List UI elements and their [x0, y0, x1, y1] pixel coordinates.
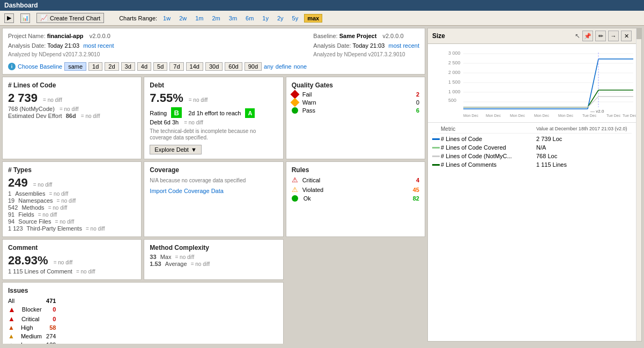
- lines-of-code-card: # Lines of Code 2 739 = no diff 768 (Not…: [2, 77, 142, 159]
- rules-ok-label: Ok: [304, 195, 409, 202]
- svg-text:19 00:00: 19 00:00: [558, 117, 573, 118]
- range-3m[interactable]: 3m: [226, 14, 240, 22]
- comment-lines-label: 1 115 Lines of Comment: [8, 268, 72, 275]
- explore-debt-button[interactable]: Explore Debt ▼: [150, 145, 201, 154]
- loc-effort-label: Estimated Dev Effort: [8, 113, 62, 119]
- issues-critical-label: Critical: [21, 316, 48, 322]
- loc-effort-value: 86d: [66, 113, 76, 119]
- pass-icon: [292, 107, 298, 114]
- pass-count: 6: [416, 107, 419, 114]
- types-row-5: 1 123 Third-Party Elements = no diff: [8, 225, 136, 232]
- loc-notmycode: 768 (NotMyCode): [8, 106, 55, 112]
- baseline-none[interactable]: none: [294, 63, 307, 70]
- svg-text:18 00:00: 18 00:00: [463, 117, 478, 118]
- range-2w[interactable]: 2w: [176, 14, 189, 22]
- rules-critical-label: Critical: [302, 177, 412, 183]
- svg-text:19 12:00: 19 12:00: [606, 117, 621, 118]
- baseline-1d[interactable]: 1d: [88, 62, 102, 71]
- svg-text:— v2.0: — v2.0: [590, 109, 604, 114]
- range-2y[interactable]: 2y: [275, 14, 286, 22]
- project-name: financial-app: [47, 33, 84, 39]
- svg-text:Mon Dec: Mon Dec: [558, 114, 574, 117]
- qg-fail-row: Fail 2: [292, 91, 419, 98]
- baseline-same[interactable]: same: [64, 62, 86, 71]
- baseline-2d[interactable]: 2d: [105, 62, 119, 71]
- issues-all-row: All 471: [8, 298, 56, 304]
- loc-value: 2 739: [8, 91, 38, 105]
- charts-range-label: Charts Range:: [119, 15, 157, 21]
- play-button[interactable]: ▶: [4, 13, 14, 23]
- toolbar: ▶ 📊 📈 Create Trend Chart Charts Range: 1…: [0, 11, 644, 26]
- svg-text:Mon Dec: Mon Dec: [510, 114, 525, 117]
- range-1m[interactable]: 1m: [193, 14, 206, 22]
- fail-count: 2: [416, 91, 419, 98]
- analysis-label: Analysis Date:: [8, 42, 47, 49]
- legend-line-0: [432, 138, 440, 140]
- baseline-3d[interactable]: 3d: [121, 62, 135, 71]
- size-chart-title: Size: [432, 32, 445, 40]
- types-title: # Types: [8, 166, 136, 174]
- project-info: Project Name: financial-app v2.0.0.0 Ana…: [8, 32, 114, 59]
- range-1y[interactable]: 1y: [260, 14, 271, 22]
- loc-title: # Lines of Code: [8, 82, 136, 89]
- comment-lines: 1 115 Lines of Comment = no diff: [8, 268, 136, 275]
- chart-row-0-value: 2 739 Loc: [536, 136, 632, 142]
- range-2m[interactable]: 2m: [210, 14, 223, 22]
- navigate-button[interactable]: →: [608, 31, 619, 41]
- baseline-any[interactable]: any: [264, 63, 273, 70]
- baseline-90d[interactable]: 90d: [245, 62, 262, 71]
- baseline-5d[interactable]: 5d: [153, 62, 167, 71]
- baseline-7d[interactable]: 7d: [169, 62, 183, 71]
- baseline-60d[interactable]: 60d: [225, 62, 242, 71]
- debt-nodiff: = no diff: [189, 97, 208, 103]
- debt-effort-label: 2d 1h effort to reach: [188, 110, 241, 116]
- issues-low-count: 139: [46, 342, 56, 344]
- create-trend-button[interactable]: 📈 Create Trend Chart: [36, 13, 104, 23]
- baseline-define[interactable]: define: [276, 63, 292, 70]
- issues-low-row: ▲ Low 139: [8, 341, 56, 344]
- issues-medium-count: 274: [46, 333, 56, 339]
- issues-blocker-label: Blocker: [22, 306, 48, 313]
- baseline-analyzed-by: Analyzed by NDepend v2017.3.2.9010: [313, 51, 405, 57]
- baseline-30d[interactable]: 30d: [205, 62, 223, 71]
- comment-value: 28.93%: [8, 254, 48, 268]
- chart-row-1-value: N/A: [536, 144, 632, 151]
- svg-text:500: 500: [448, 98, 456, 103]
- right-panel-header: Size ↖ 📌 ✏ → ✕: [428, 28, 636, 44]
- issues-blocker-count: 0: [53, 306, 56, 313]
- explore-debt-label: Explore Debt: [154, 146, 189, 153]
- range-max[interactable]: max: [304, 14, 322, 23]
- baseline-version: v2.0.0.0: [382, 33, 403, 39]
- chart-area: 3 000 2 500 2 000 1 500 1 000 500: [428, 44, 636, 122]
- range-5y[interactable]: 5y: [290, 14, 301, 22]
- edit-button[interactable]: ✏: [595, 31, 606, 41]
- import-coverage-link[interactable]: Import Code Coverage Data: [150, 188, 224, 194]
- quality-gates-title: Quality Gates: [292, 82, 419, 89]
- range-1w[interactable]: 1w: [160, 14, 173, 22]
- coverage-na: N/A because no coverage data specified: [150, 177, 246, 183]
- pin-button[interactable]: 📌: [582, 31, 593, 41]
- high-icon: ▲: [8, 324, 14, 331]
- choose-baseline-label[interactable]: Choose Baseline: [18, 63, 62, 70]
- rules-ok-row: Ok 82: [292, 195, 419, 202]
- close-button[interactable]: ✕: [621, 31, 632, 41]
- medium-icon: ▲: [8, 332, 14, 340]
- issues-blocker-row: ▲ Blocker 0: [8, 305, 56, 314]
- complexity-avg-row: 1.53 Average = no diff: [150, 261, 277, 267]
- baseline-info: Baseline: Same Project v2.0.0.0 Analysis…: [313, 32, 419, 59]
- value-col-header: Value at December 18th 2017 21:03 (v2.0): [536, 126, 632, 132]
- svg-text:Tue Dec: Tue Dec: [582, 114, 597, 117]
- scrollbar[interactable]: [636, 28, 641, 341]
- project-label: Project Name:: [8, 33, 47, 39]
- complexity-avg-value: 1.53: [150, 261, 161, 267]
- blocker-icon: ▲: [8, 305, 16, 314]
- baseline-14d[interactable]: 14d: [186, 62, 203, 71]
- secondary-button[interactable]: 📊: [20, 13, 30, 23]
- issues-critical-row: ▲ Critical 0: [8, 315, 56, 323]
- baseline-4d[interactable]: 4d: [137, 62, 151, 71]
- scrollbar-thumb[interactable]: [636, 28, 641, 39]
- debt-row: Debt 6d 3h: [150, 119, 179, 125]
- warn-label: Warn: [302, 99, 412, 106]
- qg-pass-row: Pass 6: [292, 107, 419, 114]
- range-6m[interactable]: 6m: [243, 14, 256, 22]
